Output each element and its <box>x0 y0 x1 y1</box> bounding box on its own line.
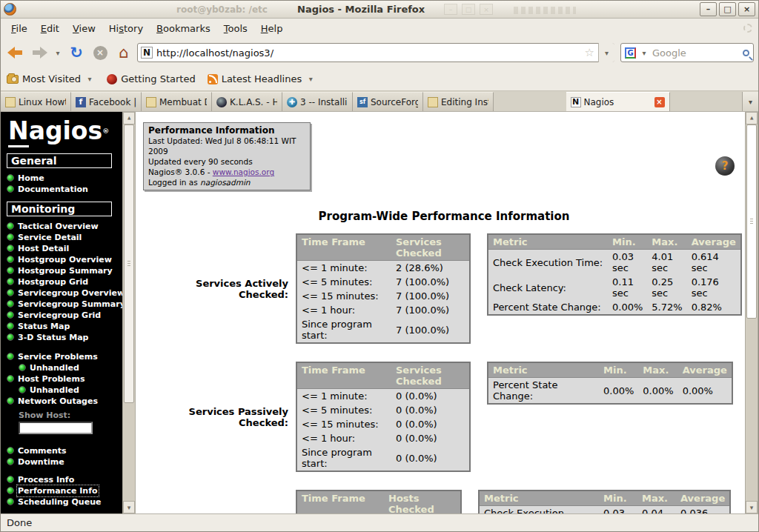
section-services-actively-checked: Services Actively Checked: Time FrameSer… <box>143 233 745 344</box>
sidebar-item-service-detail[interactable]: Service Detail <box>7 232 122 242</box>
page-icon <box>146 97 156 107</box>
sidebar-item-3d-status-map[interactable]: 3-D Status Map <box>7 332 122 342</box>
menu-file[interactable]: File <box>5 21 33 36</box>
sidebar-item-network-outages[interactable]: Network Outages <box>7 396 122 406</box>
menu-tools[interactable]: Tools <box>218 21 253 36</box>
sidebar-item-service-problems[interactable]: Service Problems <box>7 351 122 362</box>
scrollbar-track[interactable] <box>746 319 758 501</box>
tab-close-button[interactable]: × <box>654 97 665 107</box>
tab-nagios[interactable]: N Nagios × <box>566 92 670 111</box>
page-scrollbar[interactable]: ▾ ▾ <box>745 112 758 513</box>
back-arrow-icon <box>7 47 24 58</box>
section-label <box>143 490 296 513</box>
menu-history[interactable]: History <box>103 21 149 36</box>
nagios-favicon: N <box>141 47 153 59</box>
table-row: Percent State Change:0.00%5.72%0.82% <box>488 300 741 315</box>
sidebar-item-process-info[interactable]: Process Info <box>7 474 122 485</box>
bookmark-star-icon[interactable]: ☆ <box>585 46 594 59</box>
forward-arrow-icon <box>31 47 47 58</box>
tab-klas[interactable]: K.L.A.S. - Ha... <box>212 92 282 111</box>
url-input[interactable] <box>156 47 581 59</box>
table-row: Since program start:0 (0.0%) <box>296 445 470 471</box>
nagios-org-link[interactable]: www.nagios.org <box>213 167 274 176</box>
minimize-button[interactable]: – <box>700 2 717 16</box>
history-dropdown-button[interactable]: ▾ <box>53 49 63 57</box>
rss-icon <box>208 74 218 84</box>
tab-facebook[interactable]: fFacebook | H... <box>71 92 142 111</box>
scrollbar-thumb[interactable] <box>124 124 134 403</box>
sidebar-item-host-detail[interactable]: Host Detail <box>7 243 122 253</box>
back-button[interactable] <box>5 42 26 63</box>
section-services-passively-checked: Services Passively Checked: Time FrameSe… <box>143 362 745 472</box>
performance-sections: Services Actively Checked: Time FrameSer… <box>143 233 745 513</box>
tab-list-dropdown[interactable]: ▾ <box>742 92 758 111</box>
forward-button[interactable] <box>29 42 50 63</box>
scroll-down-button[interactable]: ▾ <box>746 501 758 513</box>
nagios-favicon: N <box>571 97 581 107</box>
sidebar-item-tactical-overview[interactable]: Tactical Overview <box>7 221 122 231</box>
bookmark-latest-headlines[interactable]: Latest Headlines ▾ <box>208 73 316 84</box>
home-icon: ⌂ <box>119 45 128 61</box>
search-input[interactable] <box>652 47 740 59</box>
tab-bar: Linux Howto ... fFacebook | H... Membuat… <box>1 91 758 112</box>
sidebar-section-general: General <box>7 153 112 168</box>
maximize-button[interactable]: □ <box>719 2 736 16</box>
close-button[interactable]: × <box>738 2 755 16</box>
menu-help[interactable]: Help <box>255 21 289 36</box>
search-engine-dropdown[interactable]: ▾ <box>639 49 649 57</box>
sidebar-scrollbar[interactable]: ▾ ▾ <box>122 112 136 513</box>
bookmark-getting-started[interactable]: Getting Started <box>107 73 196 84</box>
menu-bookmarks[interactable]: Bookmarks <box>150 21 216 36</box>
sidebar-item-home[interactable]: Home <box>7 173 122 183</box>
sidebar-item-service-unhandled[interactable]: Unhandled <box>19 362 122 373</box>
scroll-down-button[interactable]: ▾ <box>123 501 135 513</box>
home-button[interactable]: ⌂ <box>113 42 134 63</box>
sidebar-item-documentation[interactable]: Documentation <box>7 184 122 194</box>
sidebar-item-servicegroup-summary[interactable]: Servicegroup Summary <box>7 299 122 309</box>
last-updated: Last Updated: Wed Jul 8 06:48:11 WIT 200… <box>148 136 305 156</box>
tab-installing[interactable]: ✚3 -- Installing... <box>282 92 353 111</box>
sidebar-item-servicegroup-grid[interactable]: Servicegroup Grid <box>7 310 122 320</box>
tab-editing[interactable]: Editing Instal... <box>423 92 494 111</box>
bullet-icon <box>19 364 26 371</box>
table-row: <= 15 minutes:7 (100.0%) <box>296 289 470 303</box>
scrollbar-track[interactable] <box>123 403 135 501</box>
main-frame: Performance Information Last Updated: We… <box>136 112 745 513</box>
show-host-input[interactable] <box>19 422 93 434</box>
chevron-down-icon: ▾ <box>602 49 612 57</box>
reload-icon: ↻ <box>70 45 83 61</box>
sidebar-item-comments[interactable]: Comments <box>7 445 122 456</box>
sidebar-item-scheduling-queue[interactable]: Scheduling Queue <box>7 496 122 507</box>
sidebar-item-hostgroup-overview[interactable]: Hostgroup Overview <box>7 254 122 265</box>
bullet-icon <box>7 300 14 307</box>
sidebar-item-host-problems[interactable]: Host Problems <box>7 373 122 384</box>
tab-membuat[interactable]: Membuat Di... <box>142 92 212 111</box>
bookmark-most-visited[interactable]: Most Visited ▾ <box>7 73 95 84</box>
stop-button[interactable]: × <box>90 42 110 63</box>
tab-sourceforge[interactable]: sfSourceForge.... <box>353 92 423 111</box>
sidebar-item-host-unhandled[interactable]: Unhandled <box>19 385 122 395</box>
sidebar-section-monitoring: Monitoring <box>7 202 112 216</box>
bullet-icon <box>7 333 14 341</box>
scrollbar-thumb[interactable] <box>746 124 757 319</box>
sidebar-item-status-map[interactable]: Status Map <box>7 321 122 331</box>
scroll-up-button[interactable]: ▾ <box>123 112 135 124</box>
scroll-up-button[interactable]: ▾ <box>746 112 758 124</box>
sidebar-item-hostgroup-grid[interactable]: Hostgroup Grid <box>7 276 122 287</box>
url-dropdown-button[interactable]: ▾ <box>598 43 614 62</box>
sidebar-item-downtime[interactable]: Downtime <box>7 456 122 467</box>
sidebar-item-hostgroup-summary[interactable]: Hostgroup Summary <box>7 265 122 276</box>
sidebar-item-performance-info[interactable]: Performance Info <box>7 485 122 496</box>
background-window-title: root@yb0zab: /etc <box>176 4 268 15</box>
tab-linux-howto[interactable]: Linux Howto ... <box>1 92 71 111</box>
help-button[interactable]: ? <box>715 156 735 176</box>
table-row: <= 5 minutes:0 (0.0%) <box>296 403 470 417</box>
location-bar[interactable]: N ☆ ▾ <box>137 43 614 62</box>
search-bar[interactable]: G ▾ <box>620 43 754 62</box>
search-icon[interactable] <box>743 50 749 56</box>
menu-edit[interactable]: Edit <box>35 21 65 36</box>
sidebar-item-servicegroup-overview[interactable]: Servicegroup Overview <box>7 287 122 298</box>
menu-view[interactable]: View <box>67 21 102 36</box>
reload-button[interactable]: ↻ <box>66 42 87 63</box>
site-icon <box>216 97 227 107</box>
